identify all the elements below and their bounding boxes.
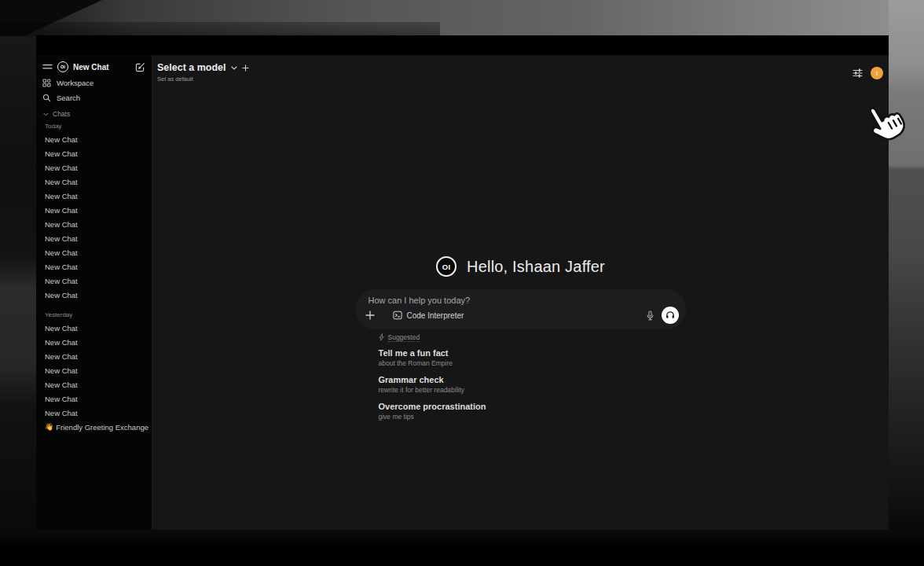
backdrop-left bbox=[0, 36, 36, 530]
code-interpreter-label: Code Interpreter bbox=[407, 311, 464, 320]
chat-item-label: New Chat bbox=[45, 338, 78, 347]
chat-item-label: New Chat bbox=[45, 220, 78, 229]
chat-controls-button[interactable] bbox=[852, 68, 863, 78]
main-area: Select a model Set as default bbox=[152, 55, 889, 530]
chat-item-label: Friendly Greeting Exchange bbox=[56, 423, 148, 432]
suggestion-item[interactable]: Grammar check rewrite it for better read… bbox=[379, 375, 686, 395]
backdrop-right bbox=[889, 0, 924, 566]
chat-item-label: New Chat bbox=[45, 291, 78, 300]
greeting-text: Hello, Ishaan Jaffer bbox=[467, 258, 605, 276]
chat-list-item[interactable]: New Chat bbox=[36, 363, 152, 377]
window-titlebar bbox=[36, 35, 889, 55]
video-frame: OI New Chat bbox=[0, 0, 924, 566]
microphone-icon bbox=[646, 311, 654, 321]
suggestion-title: Grammar check bbox=[379, 375, 686, 385]
chevron-down-icon bbox=[43, 112, 49, 116]
chat-list-item[interactable]: New Chat bbox=[36, 245, 152, 259]
chat-list-today: New Chat New Chat New Chat bbox=[36, 132, 152, 302]
chat-item-label: New Chat bbox=[45, 324, 78, 333]
chat-list-item[interactable]: New Chat bbox=[36, 217, 152, 231]
chat-item-label: New Chat bbox=[45, 277, 78, 285]
search-icon bbox=[42, 94, 51, 102]
workspace-label: Workspace bbox=[57, 79, 94, 87]
chat-list-item[interactable]: New Chat bbox=[36, 391, 152, 406]
main-header: Select a model Set as default bbox=[152, 55, 889, 83]
app-window: OI New Chat bbox=[36, 35, 889, 530]
suggestion-title: Tell me a fun fact bbox=[379, 348, 686, 358]
chat-list-item[interactable]: New Chat bbox=[36, 146, 152, 160]
chat-group-label-today: Today bbox=[36, 123, 152, 130]
chat-list-item[interactable]: New Chat bbox=[36, 274, 152, 288]
chat-list-item[interactable]: 👋 Friendly Greeting Exchange bbox=[36, 420, 152, 434]
chat-item-label: New Chat bbox=[45, 352, 78, 361]
chat-list-item[interactable]: New Chat bbox=[36, 288, 152, 302]
chat-item-label: New Chat bbox=[45, 380, 78, 389]
model-selector[interactable]: Select a model Set as default bbox=[157, 62, 249, 83]
suggestion-item[interactable]: Overcome procrastination give me tips bbox=[379, 402, 686, 421]
chevron-down-icon bbox=[231, 66, 237, 70]
chat-item-label: New Chat bbox=[45, 206, 78, 215]
chat-list-item[interactable]: New Chat bbox=[36, 203, 152, 217]
chat-item-label: New Chat bbox=[45, 164, 78, 172]
app-logo-icon: OI bbox=[57, 61, 68, 72]
chat-item-label: New Chat bbox=[45, 178, 78, 186]
chat-list-item[interactable]: New Chat bbox=[36, 349, 152, 363]
chat-item-label: New Chat bbox=[45, 149, 78, 158]
chat-list-item[interactable]: New Chat bbox=[36, 160, 152, 175]
voice-mode-button[interactable] bbox=[662, 307, 679, 324]
compose-icon bbox=[135, 62, 145, 72]
user-avatar[interactable]: I bbox=[871, 67, 883, 79]
suggested-section: Suggested Tell me a fun fact about the R… bbox=[356, 333, 686, 421]
suggestion-subtitle: give me tips bbox=[379, 413, 686, 421]
sidebar-new-chat-title[interactable]: New Chat bbox=[73, 63, 130, 72]
code-interpreter-toggle[interactable]: Code Interpreter bbox=[388, 308, 469, 322]
set-as-default-link[interactable]: Set as default bbox=[157, 75, 249, 83]
bolt-icon bbox=[379, 333, 385, 341]
chat-item-label: New Chat bbox=[45, 409, 78, 417]
input-toolbar: Code Interpreter bbox=[365, 307, 679, 324]
sidebar-item-search[interactable]: Search bbox=[36, 92, 152, 103]
new-chat-button[interactable] bbox=[135, 62, 145, 72]
search-label: Search bbox=[57, 94, 80, 102]
chat-item-label: New Chat bbox=[45, 248, 78, 257]
chat-item-label: New Chat bbox=[45, 395, 78, 403]
suggestion-title: Overcome procrastination bbox=[379, 402, 686, 412]
chat-list-item[interactable]: New Chat bbox=[36, 259, 152, 274]
suggestion-subtitle: rewrite it for better readability bbox=[379, 386, 686, 395]
chat-list-item[interactable]: New Chat bbox=[36, 231, 152, 245]
chat-list-item[interactable]: New Chat bbox=[36, 175, 152, 189]
hamburger-icon bbox=[42, 63, 53, 71]
message-input-card[interactable]: Code Interpreter bbox=[356, 289, 686, 329]
chat-list-item[interactable]: New Chat bbox=[36, 189, 152, 203]
plus-icon bbox=[365, 311, 375, 320]
dictate-button[interactable] bbox=[646, 311, 654, 321]
chat-list-item[interactable]: New Chat bbox=[36, 321, 152, 335]
app-logo-icon-large: OI bbox=[436, 256, 456, 277]
headphones-icon bbox=[665, 310, 676, 321]
model-selector-label: Select a model bbox=[157, 62, 226, 73]
add-model-icon[interactable] bbox=[242, 64, 249, 72]
sidebar-toggle-button[interactable] bbox=[42, 63, 53, 71]
chats-section-toggle[interactable]: Chats bbox=[36, 110, 152, 118]
chat-item-label: New Chat bbox=[45, 135, 78, 144]
sidebar-item-workspace[interactable]: Workspace bbox=[36, 77, 152, 88]
code-interpreter-icon bbox=[393, 311, 402, 320]
chat-list-item[interactable]: New Chat bbox=[36, 132, 152, 146]
chat-item-emoji: 👋 bbox=[45, 423, 53, 431]
chat-list-yesterday: New Chat New Chat New Chat bbox=[36, 321, 152, 434]
sliders-icon bbox=[852, 68, 863, 78]
attach-button[interactable] bbox=[365, 311, 375, 320]
greeting-block: OI Hello, Ishaan Jaffer bbox=[152, 256, 889, 277]
chat-item-label: New Chat bbox=[45, 234, 78, 243]
backdrop-bottom bbox=[0, 530, 924, 566]
workspace-grid-icon bbox=[42, 79, 51, 87]
chats-section-label: Chats bbox=[53, 110, 70, 118]
chat-item-label: New Chat bbox=[45, 366, 78, 375]
chat-list-item[interactable]: New Chat bbox=[36, 335, 152, 349]
chat-list-item[interactable]: New Chat bbox=[36, 377, 152, 391]
suggestion-list: Tell me a fun fact about the Roman Empir… bbox=[379, 348, 686, 421]
suggestion-subtitle: about the Roman Empire bbox=[379, 359, 686, 368]
suggestion-item[interactable]: Tell me a fun fact about the Roman Empir… bbox=[379, 348, 686, 368]
chat-list-item[interactable]: New Chat bbox=[36, 406, 152, 420]
chat-group-label-yesterday: Yesterday bbox=[36, 311, 152, 318]
